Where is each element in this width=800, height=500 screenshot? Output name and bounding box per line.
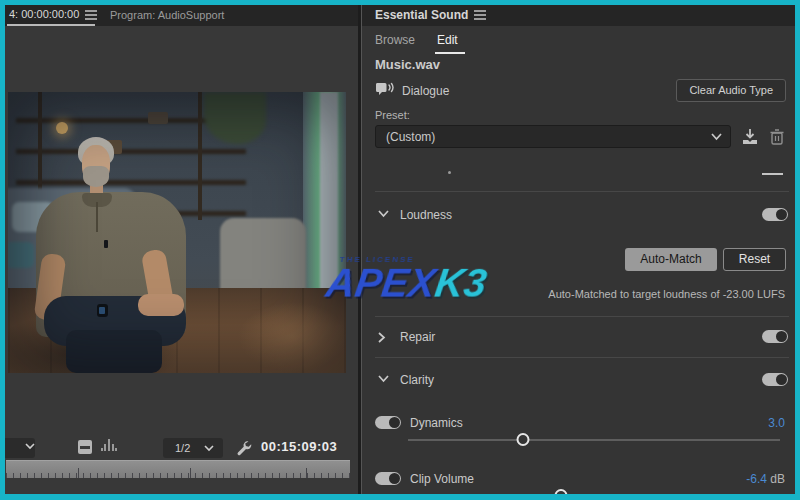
screenshot-frame: 4: 00:00:00:00 Program: AudioSupport [0,0,800,500]
active-tab-underline [7,24,95,26]
save-preset-icon[interactable] [740,127,760,147]
clip-volume-row: Clip Volume -6.4 dB [362,469,795,489]
loudness-toggle[interactable] [762,208,788,221]
chevron-down-icon[interactable] [378,375,389,383]
wrench-icon[interactable] [235,439,253,457]
clarity-label[interactable]: Clarity [400,373,434,387]
duration-timecode: 00:15:09:03 [261,439,337,454]
loudness-status-text: Auto-Matched to target loudness of -23.0… [548,288,785,300]
clip-volume-value[interactable]: -6.4 dB [746,472,785,486]
program-monitor-title[interactable]: Program: AudioSupport [110,9,224,21]
clip-volume-slider[interactable] [408,489,780,494]
dialogue-icon [376,82,394,97]
dynamics-toggle[interactable] [375,416,401,429]
loudness-label[interactable]: Loudness [400,208,452,222]
audio-type-label: Dialogue [402,84,449,98]
playback-resolution-select[interactable]: 1/2 [163,438,223,458]
preset-dropdown[interactable]: (Custom) [375,125,731,148]
audio-type-row: Dialogue Clear Audio Type [362,79,795,103]
delete-preset-icon[interactable] [768,127,788,147]
clip-volume-toggle[interactable] [375,472,401,485]
transport-controls: 1/2 00:15:09:03 [5,437,358,460]
drag-audio-icon[interactable] [101,440,119,454]
active-tab-underline [435,52,465,54]
tab-edit[interactable]: Edit [437,33,458,47]
dynamics-label: Dynamics [410,416,463,430]
preset-value: (Custom) [386,130,435,144]
drag-video-icon[interactable] [78,440,92,454]
preset-label: Preset: [375,109,410,121]
dynamics-row: Dynamics 3.0 [362,413,795,433]
repair-toggle[interactable] [762,330,788,343]
reset-button[interactable]: Reset [723,248,786,271]
chevron-down-icon [711,133,722,141]
program-monitor-panel: 4: 00:00:00:00 Program: AudioSupport [5,5,358,494]
monitor-timeline-ruler[interactable] [6,460,350,478]
dynamics-value[interactable]: 3.0 [768,416,785,430]
essential-sound-panel: Essential Sound Browse Edit Music.wav Di… [362,5,795,494]
essential-sound-header: Essential Sound [362,5,795,26]
repair-section-row: Repair [362,327,795,347]
app-window: 4: 00:00:00:00 Program: AudioSupport [5,5,795,494]
clip-name: Music.wav [375,57,440,72]
essential-sound-title[interactable]: Essential Sound [375,8,468,22]
chevron-down-icon [25,443,35,450]
chevron-down-icon[interactable] [378,210,389,218]
clip-volume-slider-knob[interactable] [554,489,567,494]
panel-menu-icon[interactable] [474,10,486,20]
repair-label[interactable]: Repair [400,330,435,344]
chevron-right-icon[interactable] [378,332,386,343]
chevron-down-icon [204,445,214,452]
video-preview [8,92,346,373]
partial-row-dot [448,171,451,174]
clip-volume-label: Clip Volume [410,472,474,486]
clarity-section-row: Clarity [362,370,795,390]
dynamics-slider[interactable] [408,433,780,447]
timecode-tab[interactable]: 4: 00:00:00:00 [9,8,79,20]
clear-audio-type-button[interactable]: Clear Audio Type [676,79,786,102]
partial-row-dash [762,173,783,175]
program-monitor-tabbar: 4: 00:00:00:00 Program: AudioSupport [5,5,358,26]
tab-browse[interactable]: Browse [375,33,415,47]
loudness-section-row: Loudness [362,205,795,225]
clarity-toggle[interactable] [762,373,788,386]
auto-match-button[interactable]: Auto-Match [625,248,717,271]
dynamics-slider-knob[interactable] [517,433,530,446]
panel-menu-icon[interactable] [85,10,97,20]
